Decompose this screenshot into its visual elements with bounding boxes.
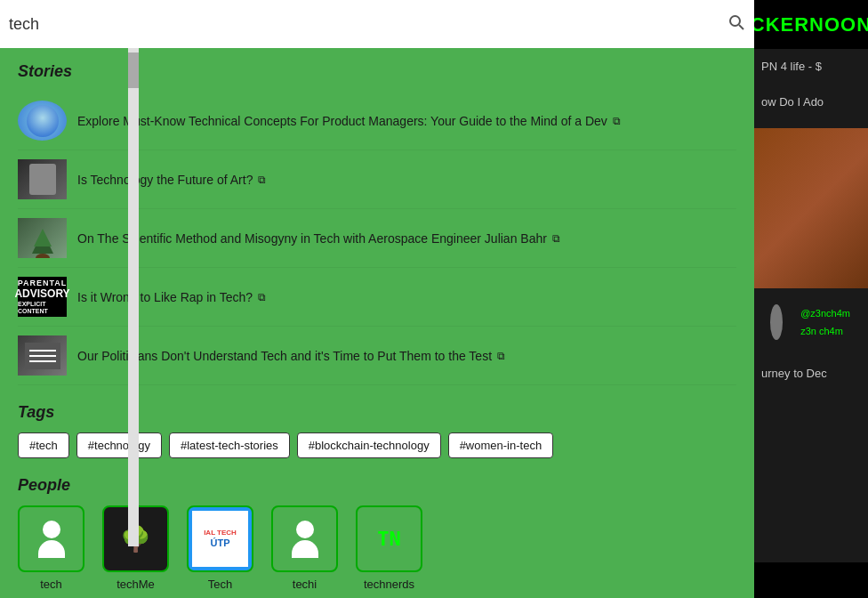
svg-point-7 [36, 254, 50, 258]
person-avatar-4 [271, 505, 338, 572]
person-avatar-5: TN [356, 505, 422, 572]
svg-point-4 [730, 16, 740, 26]
svg-line-5 [739, 25, 743, 29]
tags-section-title: Tags [18, 403, 736, 422]
story-thumb-5 [18, 335, 67, 376]
external-link-icon-3: ⧉ [552, 232, 560, 245]
story-item[interactable]: Is Technology the Future of Art? ⧉ [18, 150, 736, 209]
tags-section: Tags #tech #technology #latest-tech-stor… [18, 403, 736, 458]
right-panel-text3: urney to Dec [752, 356, 868, 392]
search-input-bar [0, 0, 754, 48]
people-list: tech 🌳 techMe IAL TECH ÚTP [18, 505, 736, 591]
scrollbar-thumb[interactable] [128, 53, 139, 88]
svg-marker-9 [34, 229, 52, 246]
person-item[interactable]: IAL TECH ÚTP Tech [187, 505, 253, 591]
external-link-icon-5: ⧉ [497, 350, 505, 362]
tn-logo-icon: TN [377, 528, 401, 550]
right-panel-text1: PN 4 life - $ [752, 49, 868, 85]
right-panel-username: @z3nch4m [792, 304, 859, 322]
person-name-2: techMe [117, 578, 155, 591]
right-panel-username2: z3n ch4m [792, 322, 859, 340]
search-dropdown: Stories Explore Must-Know Technical Conc… [0, 48, 754, 598]
story-thumb-1 [18, 101, 67, 141]
tag-item[interactable]: #women-in-tech [448, 432, 554, 458]
external-link-icon-2: ⧉ [258, 174, 266, 186]
tag-item[interactable]: #tech [18, 432, 69, 458]
search-overlay: Stories Explore Must-Know Technical Conc… [0, 0, 754, 598]
people-section-title: People [18, 476, 736, 495]
story-text-4: Is it Wrong to Like Rap in Tech? ⧉ [77, 290, 266, 304]
tag-item[interactable]: #technology [76, 432, 162, 458]
person-avatar-1 [18, 505, 84, 572]
people-section: People tech 🌳 [18, 476, 736, 591]
person-avatar-3: IAL TECH ÚTP [187, 505, 253, 572]
story-thumb-3 [18, 218, 67, 258]
svg-point-6 [27, 105, 59, 137]
person-name-3: Tech [208, 578, 232, 591]
story-text-2: Is Technology the Future of Art? ⧉ [77, 173, 266, 187]
utp-logo: IAL TECH ÚTP [192, 511, 248, 567]
advisory-label: PARENTAL ADVISORY EXPLICIT CONTENT [18, 277, 67, 317]
story-text-1: Explore Must-Know Technical Concepts For… [77, 114, 621, 128]
external-link-icon-1: ⧉ [613, 115, 621, 127]
right-panel-avatar [770, 304, 783, 340]
story-text-3: On The Scientific Method and Misogyny in… [77, 231, 560, 246]
person-name-5: technerds [364, 578, 414, 591]
search-button[interactable] [727, 13, 745, 36]
person-item[interactable]: TN technerds [356, 505, 422, 591]
person-name-4: techi [293, 578, 317, 591]
tags-list: #tech #technology #latest-tech-stories #… [18, 432, 736, 458]
right-panel: PN 4 life - $ ow Do I Ado @z3nch4m z3n c… [752, 49, 868, 598]
story-text-5: Our Politicians Don't Understand Tech an… [77, 349, 505, 363]
story-item[interactable]: PARENTAL ADVISORY EXPLICIT CONTENT Is it… [18, 268, 736, 327]
story-item[interactable]: Our Politicians Don't Understand Tech an… [18, 327, 736, 385]
person-item[interactable]: tech [18, 505, 84, 591]
search-input[interactable] [9, 15, 720, 34]
right-panel-image [752, 128, 868, 288]
stories-section-title: Stories [18, 62, 736, 81]
scrollbar-track[interactable] [128, 48, 139, 546]
story-item[interactable]: On The Scientific Method and Misogyny in… [18, 209, 736, 268]
story-thumb-4: PARENTAL ADVISORY EXPLICIT CONTENT [18, 277, 67, 317]
tag-item[interactable]: #blockchain-technology [297, 432, 441, 458]
person-item[interactable]: techi [271, 505, 338, 591]
tag-item[interactable]: #latest-tech-stories [169, 432, 290, 458]
person-name-1: tech [40, 578, 62, 591]
stories-list: Explore Must-Know Technical Concepts For… [18, 92, 736, 385]
story-thumb-2 [18, 159, 67, 199]
story-item[interactable]: Explore Must-Know Technical Concepts For… [18, 92, 736, 150]
right-panel-text2: ow Do I Ado [752, 85, 868, 120]
external-link-icon-4: ⧉ [258, 291, 266, 303]
